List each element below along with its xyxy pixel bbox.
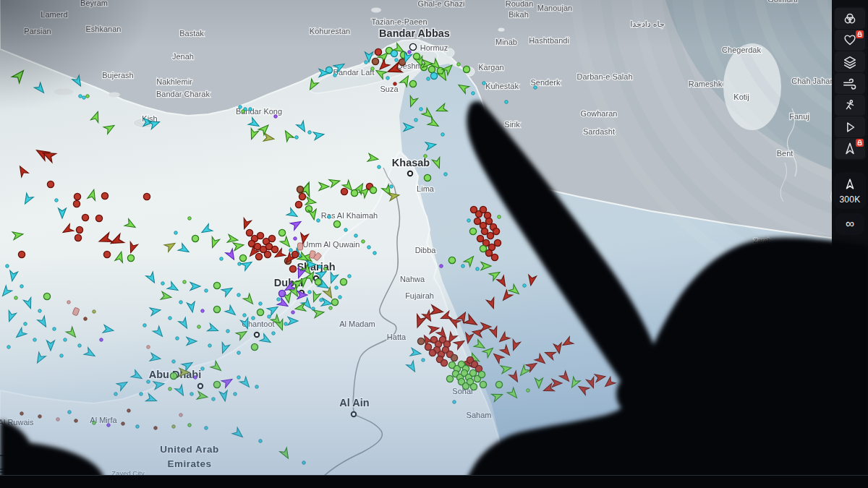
hand-silhouette: [0, 0, 868, 488]
screen-bezel: [0, 475, 868, 488]
knuckle: [616, 367, 686, 421]
pointing-finger: [467, 101, 660, 406]
hand-fist: [464, 238, 868, 488]
screen-photo: BeyramLamerdParsianEshkananBastakJenahBu…: [0, 0, 868, 488]
